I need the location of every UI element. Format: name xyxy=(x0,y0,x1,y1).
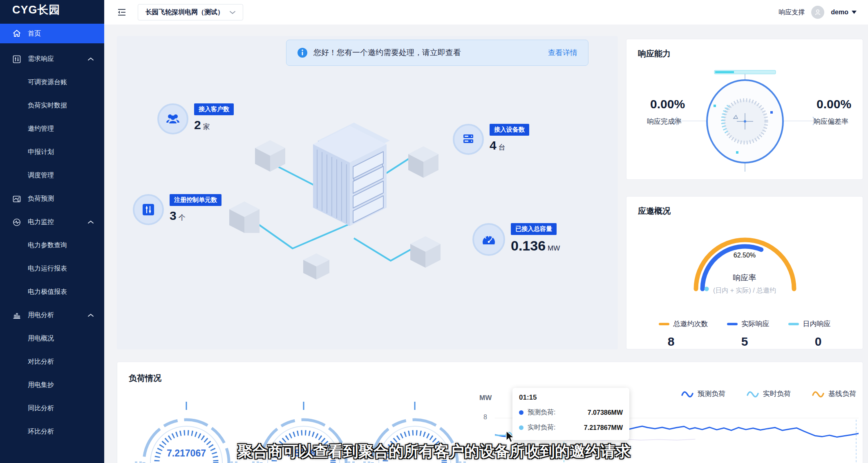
view-details-link[interactable]: 查看详情 xyxy=(548,48,577,58)
chevron-up-icon xyxy=(88,57,94,61)
legend-label: 总邀约次数 xyxy=(673,319,708,329)
stat-label-badge: 接入设备数 xyxy=(490,124,529,136)
stat-unit: MW xyxy=(548,244,560,253)
tooltip-row-realtime: 实时负荷: 7.217867MW xyxy=(519,423,623,432)
sidebar-item-label: 对比分析 xyxy=(28,358,54,366)
sidebar-menu: 首页 需求响应 可调资源台账 负荷实时数据 邀约管理 申报计划 调度管理 xyxy=(0,24,104,443)
stat-unit: 个 xyxy=(179,213,186,222)
chevron-down-icon xyxy=(230,11,235,14)
sidebar-item-power-extreme-report[interactable]: 电力极值报表 xyxy=(0,280,104,304)
info-icon xyxy=(297,47,308,58)
sidebar-item-label: 负荷预测 xyxy=(28,195,54,203)
legend-total-invites[interactable]: 总邀约次数 xyxy=(659,319,708,329)
username-label: demo xyxy=(831,9,848,16)
sidebar-item-load-realtime-data[interactable]: 负荷实时数据 xyxy=(0,94,104,117)
sidebar-item-label: 调度管理 xyxy=(28,171,54,180)
legend-realtime-load[interactable]: 实时负荷 xyxy=(747,389,791,398)
sidebar-item-label: 同比分析 xyxy=(28,404,54,413)
stat-label-badge: 注册控制单元数 xyxy=(170,194,221,206)
completion-rate-value: 0.00% xyxy=(650,97,685,111)
invite-overview-title: 应邀概况 xyxy=(638,206,671,217)
sidebar-item-label: 电力参数查询 xyxy=(28,241,67,250)
sidebar-item-label: 用电集抄 xyxy=(28,381,54,389)
response-rate-value: 62.50% xyxy=(626,252,863,259)
sidebar-item-label: 首页 xyxy=(28,29,41,38)
sidebar-item-load-forecast[interactable]: 负荷预测 xyxy=(0,187,104,210)
stat-label-badge: 已接入总容量 xyxy=(511,223,557,235)
invite-legend-values: 8 5 0 xyxy=(626,335,863,349)
legend-label: 预测负荷 xyxy=(698,389,725,398)
sidebar-group-electricity-analysis[interactable]: 用电分析 xyxy=(0,304,104,327)
sidebar-item-power-operation-report[interactable]: 电力运行报表 xyxy=(0,257,104,280)
tooltip-label: 预测负荷: xyxy=(528,408,555,417)
user-menu[interactable]: demo xyxy=(831,9,857,16)
stat-unit: 台 xyxy=(499,143,506,152)
y-axis-unit: MW xyxy=(479,394,492,402)
invite-overview-card: 应邀概况 62.50% 响应率 (日内 + 实际) / 总邀约 总邀约次数 实际… xyxy=(626,196,863,349)
sidebar-item-invitation-management[interactable]: 邀约管理 xyxy=(0,117,104,141)
forecast-chart-icon xyxy=(12,195,21,204)
response-rate-label: 响应率 xyxy=(626,273,863,283)
sidebar-item-label: 电力运行报表 xyxy=(28,264,67,273)
sidebar-item-meter-reading[interactable]: 用电集抄 xyxy=(0,374,104,397)
sidebar-group-power-monitoring[interactable]: 电力监控 xyxy=(0,210,104,234)
caret-down-icon xyxy=(852,11,857,14)
tooltip-value: 7.07386MW xyxy=(588,409,623,416)
sidebar-item-label: 用电概况 xyxy=(28,334,54,343)
users-icon xyxy=(157,103,188,134)
legend-baseline-load[interactable]: 基线负荷 xyxy=(812,389,856,398)
sidebar-item-label: 申报计划 xyxy=(28,148,54,157)
tooltip-value: 7.217867MW xyxy=(584,424,623,432)
sidebar-item-mom-analysis[interactable]: 环比分析 xyxy=(0,420,104,443)
org-selector-dropdown[interactable]: 长园飞轮深圳电网（测试） xyxy=(138,4,243,20)
sidebar-item-label: 环比分析 xyxy=(28,427,54,436)
sidebar-item-dispatch-management[interactable]: 调度管理 xyxy=(0,164,104,187)
actual-response-count: 5 xyxy=(732,335,757,349)
legend-swatch-blue xyxy=(727,323,738,325)
legend-swatch-lightblue xyxy=(788,323,799,325)
org-selector-value: 长园飞轮深圳电网（测试） xyxy=(145,8,224,17)
user-icon xyxy=(814,9,821,16)
server-icon xyxy=(453,124,484,155)
load-chart-legend: 预测负荷 实时负荷 基线负荷 xyxy=(681,389,856,398)
stat-value: 2 xyxy=(194,118,201,132)
wave-swatch-orange xyxy=(812,390,824,398)
sidebar-group-demand-response[interactable]: 需求响应 xyxy=(0,47,104,71)
tooltip-time: 01:15 xyxy=(519,394,623,402)
control-sliders-icon xyxy=(133,194,164,225)
response-ability-title: 响应能力 xyxy=(638,48,671,59)
forecast-dot xyxy=(519,410,523,415)
response-ability-card: 响应能力 0.00% 响应完成率 0.00% 响应偏差率 xyxy=(626,39,863,180)
sidebar-item-power-parameter-query[interactable]: 电力参数查询 xyxy=(0,234,104,257)
sidebar-item-electricity-overview[interactable]: 用电概况 xyxy=(0,327,104,350)
completion-rate-label: 响应完成率 xyxy=(647,117,682,126)
sidebar-item-declaration-plan[interactable]: 申报计划 xyxy=(0,141,104,164)
stat-value: 4 xyxy=(490,139,497,152)
legend-actual-response[interactable]: 实际响应 xyxy=(727,319,770,329)
menu-collapse-icon[interactable] xyxy=(117,9,126,16)
deviation-rate-value: 0.00% xyxy=(817,97,851,111)
app-logo: CYG长园 xyxy=(0,0,104,20)
response-support-link[interactable]: 响应支撑 xyxy=(779,8,805,17)
app-root: CYG长园 首页 需求响应 可调资源台账 负荷实时数据 邀约管理 申报计划 xyxy=(0,0,868,463)
legend-forecast-load[interactable]: 预测负荷 xyxy=(681,389,725,398)
sidebar-item-adjustable-resources[interactable]: 可调资源台账 xyxy=(0,71,104,94)
sidebar-item-comparison-analysis[interactable]: 对比分析 xyxy=(0,350,104,374)
gauge-icon xyxy=(472,223,505,256)
avatar[interactable] xyxy=(811,6,824,19)
y-axis-tick: 8 xyxy=(483,414,487,421)
legend-label: 实际响应 xyxy=(742,319,770,329)
legend-label: 实时负荷 xyxy=(763,389,791,398)
stat-total-capacity: 已接入总容量 0.136 MW xyxy=(472,223,560,256)
legend-intraday-response[interactable]: 日内响应 xyxy=(788,319,831,329)
stat-label-badge: 接入客户数 xyxy=(194,103,234,115)
sidebar-item-home[interactable]: 首页 xyxy=(0,24,104,43)
stat-value: 3 xyxy=(170,209,177,223)
wave-swatch-blue xyxy=(681,390,694,398)
topbar: 长园飞轮深圳电网（测试） 响应支撑 demo xyxy=(104,0,868,25)
chevron-up-icon xyxy=(88,220,94,224)
home-icon xyxy=(12,29,21,38)
sidebar-item-yoy-analysis[interactable]: 同比分析 xyxy=(0,397,104,420)
total-invites-count: 8 xyxy=(659,335,683,349)
intraday-response-count: 0 xyxy=(806,335,830,349)
